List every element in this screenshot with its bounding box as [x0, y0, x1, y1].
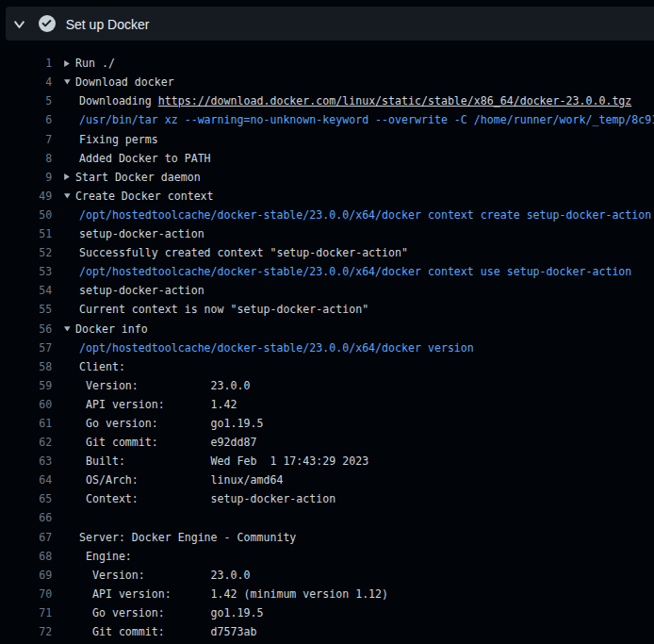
group-title[interactable]: Create Docker context [75, 187, 214, 206]
log-text: Go version: go1.19.5 [79, 603, 263, 622]
log-line: 69 Version: 23.0.0 [0, 566, 654, 585]
line-number[interactable]: 56 [0, 320, 52, 339]
line-number[interactable]: 64 [0, 471, 52, 489]
log-text: setup-docker-action [79, 224, 204, 243]
log-line: 4Download docker [0, 73, 654, 91]
log-text: Successfully created context "setup-dock… [79, 243, 408, 262]
step-header[interactable]: Set up Docker [6, 7, 654, 41]
line-number[interactable]: 60 [0, 395, 52, 414]
line-number[interactable]: 57 [0, 339, 52, 357]
log-line: 57/opt/hostedtoolcache/docker-stable/23.… [0, 339, 654, 357]
line-number[interactable]: 70 [0, 585, 52, 603]
log-text: API version: 1.42 [79, 395, 237, 414]
line-number[interactable]: 51 [0, 224, 52, 243]
triangle-down-icon [64, 79, 71, 85]
log-text: Downloading https://download.docker.com/… [79, 91, 631, 110]
log-line: 9Start Docker daemon [0, 168, 654, 187]
log-text: Go version: go1.19.5 [79, 414, 263, 433]
log-line: 64 OS/Arch: linux/amd64 [0, 471, 654, 489]
log-text: Current context is now "setup-docker-act… [79, 300, 368, 319]
line-number[interactable]: 59 [0, 376, 52, 395]
log-line: 51setup-docker-action [0, 224, 654, 243]
line-number[interactable]: 69 [0, 566, 52, 585]
log-link[interactable]: https://download.docker.com/linux/static… [158, 94, 632, 107]
log-line: 60 API version: 1.42 [0, 395, 654, 414]
step-title: Set up Docker [66, 8, 150, 41]
line-number[interactable]: 61 [0, 414, 52, 433]
log-line: 6/usr/bin/tar xz --warning=no-unknown-ke… [0, 110, 654, 129]
triangle-right-icon [64, 60, 70, 67]
line-number[interactable]: 4 [0, 73, 52, 91]
log-line: 53/opt/hostedtoolcache/docker-stable/23.… [0, 262, 654, 281]
log-text: API version: 1.42 (minimum version 1.12) [79, 585, 388, 603]
line-number[interactable]: 72 [0, 622, 52, 641]
log-text: /opt/hostedtoolcache/docker-stable/23.0.… [79, 206, 654, 224]
log-text: /opt/hostedtoolcache/docker-stable/23.0.… [79, 262, 631, 281]
log-line: 67Server: Docker Engine - Community [0, 528, 654, 547]
line-number[interactable]: 49 [0, 187, 52, 206]
log-line: 8Added Docker to PATH [0, 149, 654, 168]
chevron-down-icon[interactable] [14, 21, 25, 29]
group-title[interactable]: Docker info [75, 320, 148, 339]
line-number[interactable]: 63 [0, 452, 52, 471]
log-line: 59 Version: 23.0.0 [0, 376, 654, 395]
log-line: 72 Git commit: d7573ab [0, 622, 654, 641]
line-number[interactable]: 68 [0, 547, 52, 566]
line-number[interactable]: 53 [0, 262, 52, 281]
log-line: 65 Context: setup-docker-action [0, 489, 654, 508]
line-number[interactable]: 6 [0, 110, 52, 129]
log-line: 49Create Docker context [0, 187, 654, 206]
line-number[interactable]: 52 [0, 243, 52, 262]
log-line: 7Fixing perms [0, 130, 654, 149]
line-number[interactable]: 65 [0, 489, 52, 508]
group-title[interactable]: Run ./ [75, 54, 115, 73]
log-line: 52Successfully created context "setup-do… [0, 243, 654, 262]
log-line: 56Docker info [0, 320, 654, 339]
triangle-right-icon [64, 173, 70, 180]
log-text: Context: setup-docker-action [79, 489, 335, 508]
log-line: 61 Go version: go1.19.5 [0, 414, 654, 433]
line-number[interactable]: 62 [0, 433, 52, 452]
line-number[interactable]: 66 [0, 508, 52, 527]
group-collapse-toggle[interactable] [64, 73, 71, 91]
log-text: Server: Docker Engine - Community [79, 528, 296, 547]
log-area: 1Run ./4Download docker5Downloading http… [0, 54, 654, 641]
group-expand-toggle[interactable] [64, 54, 70, 73]
log-text: Client: [79, 357, 125, 376]
line-number[interactable]: 71 [0, 603, 52, 622]
group-expand-toggle[interactable] [64, 168, 70, 187]
line-number[interactable]: 8 [0, 149, 52, 168]
line-number[interactable]: 5 [0, 91, 52, 110]
log-line: 58Client: [0, 357, 654, 376]
log-line: 1Run ./ [0, 54, 654, 73]
check-circle-icon [39, 15, 56, 32]
line-number[interactable]: 55 [0, 300, 52, 319]
line-number[interactable]: 7 [0, 130, 52, 149]
group-title[interactable]: Download docker [75, 73, 174, 91]
log-line: 68 Engine: [0, 547, 654, 566]
group-collapse-toggle[interactable] [64, 187, 71, 206]
log-line: 70 API version: 1.42 (minimum version 1.… [0, 585, 654, 603]
triangle-down-icon [64, 326, 71, 332]
group-title[interactable]: Start Docker daemon [75, 168, 201, 187]
line-number[interactable]: 58 [0, 357, 52, 376]
line-number[interactable]: 9 [0, 168, 52, 187]
log-text: Added Docker to PATH [79, 149, 211, 168]
log-text: /usr/bin/tar xz --warning=no-unknown-key… [79, 110, 654, 129]
log-text: Engine: [79, 547, 132, 566]
log-text: Fixing perms [79, 130, 158, 149]
log-line: 50/opt/hostedtoolcache/docker-stable/23.… [0, 206, 654, 224]
log-line: 71 Go version: go1.19.5 [0, 603, 654, 622]
group-collapse-toggle[interactable] [64, 320, 71, 339]
line-number[interactable]: 67 [0, 528, 52, 547]
log-line: 54setup-docker-action [0, 281, 654, 300]
log-text: OS/Arch: linux/amd64 [79, 471, 283, 489]
line-number[interactable]: 50 [0, 206, 52, 224]
line-number[interactable]: 54 [0, 281, 52, 300]
log-text: /opt/hostedtoolcache/docker-stable/23.0.… [79, 339, 474, 357]
log-text: Git commit: d7573ab [79, 622, 256, 641]
log-text: Version: 23.0.0 [79, 566, 250, 585]
line-number[interactable]: 1 [0, 54, 52, 73]
log-line: 5Downloading https://download.docker.com… [0, 91, 654, 110]
log-text: Built: Wed Feb 1 17:43:29 2023 [79, 452, 368, 471]
